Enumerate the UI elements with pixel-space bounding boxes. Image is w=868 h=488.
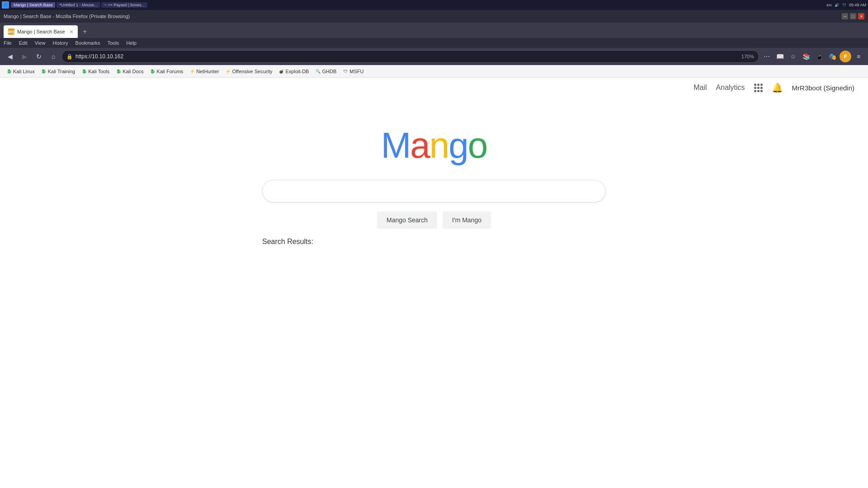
logo-letter-o: o: [468, 125, 487, 165]
tab-close-button[interactable]: ✕: [70, 29, 73, 34]
forward-button[interactable]: ▶: [18, 50, 31, 63]
menu-file[interactable]: File: [4, 40, 12, 46]
taskbar-time: 05:49 AM: [849, 3, 866, 7]
search-area: Mango Search I'm Mango Search Results:: [0, 180, 868, 246]
search-input[interactable]: [262, 180, 606, 202]
profile-icon[interactable]: P: [840, 51, 851, 62]
logo-letter-g: g: [448, 125, 468, 165]
address-text: https://10.10.10.162: [75, 53, 739, 60]
home-button[interactable]: ⌂: [47, 50, 60, 63]
bookmark-msfu[interactable]: 🛡 MSFU: [340, 68, 366, 75]
browser-title-bar: Mango | Search Base - Mozilla Firefox (P…: [0, 10, 868, 23]
apps-grid-icon[interactable]: [754, 84, 763, 92]
menu-edit[interactable]: Edit: [19, 40, 28, 46]
window-controls: ─ □ ✕: [842, 13, 864, 19]
bookmark-icon-offensive-security: ⚡: [225, 69, 231, 74]
nav-mail-link[interactable]: Mail: [693, 84, 707, 92]
bookmark-kali-docs[interactable]: 🐉 Kali Docs: [113, 68, 146, 75]
grid-dot: [757, 84, 760, 86]
bookmark-icon-kali-linux: 🐉: [6, 69, 12, 74]
bookmark-star-button[interactable]: ☆: [787, 51, 799, 62]
minimize-button[interactable]: ─: [842, 13, 848, 19]
menu-button[interactable]: ≡: [853, 51, 864, 62]
bookmark-label-nethunter: NetHunter: [196, 69, 219, 74]
logo-letter-M: M: [381, 125, 410, 165]
tray-shield: 🛡: [841, 2, 848, 8]
container-button[interactable]: 🎭: [826, 51, 838, 62]
tray-sound: 🔊: [834, 2, 840, 8]
grid-dot: [757, 90, 760, 92]
reload-button[interactable]: ↻: [33, 50, 45, 63]
bookmark-label-ghdb: GHDB: [322, 69, 336, 74]
bookmark-label-exploit-db: Exploit-DB: [286, 69, 309, 74]
bookmarks-bar: 🐉 Kali Linux 🐉 Kali Training 🐉 Kali Tool…: [0, 65, 868, 78]
back-button[interactable]: ◀: [4, 50, 16, 63]
bookmark-icon-exploit-db: 💣: [279, 69, 284, 74]
library-button[interactable]: 📚: [800, 51, 812, 62]
menu-help[interactable]: Help: [126, 40, 137, 46]
user-label[interactable]: MrR3boot (Signedin): [792, 84, 854, 92]
browser-window: Mango | Search Base - Mozilla Firefox (P…: [0, 10, 868, 488]
bookmark-icon-kali-docs: 🐉: [116, 69, 121, 74]
page-content: Mail Analytics 🔔 MrR3boot (Signedin) Man…: [0, 78, 868, 488]
grid-dot: [757, 87, 760, 89]
bookmark-label-kali-training: Kali Training: [48, 69, 75, 74]
browser-title-text: Mango | Search Base - Mozilla Firefox (P…: [4, 14, 838, 19]
bookmark-label-msfu: MSFU: [349, 69, 363, 74]
bookmark-icon-nethunter: ⚡: [189, 69, 195, 74]
bookmark-label-kali-linux: Kali Linux: [13, 69, 35, 74]
mango-search-button[interactable]: Mango Search: [377, 211, 437, 229]
site-header: Mail Analytics 🔔 MrR3boot (Signedin): [0, 78, 868, 98]
address-bar[interactable]: 🔒 https://10.10.10.162 170%: [61, 50, 759, 63]
logo-letter-n: n: [429, 125, 449, 165]
menu-history[interactable]: History: [52, 40, 68, 46]
nav-analytics-link[interactable]: Analytics: [716, 84, 745, 92]
menu-view[interactable]: View: [35, 40, 46, 46]
bookmark-offensive-security[interactable]: ⚡ Offensive Security: [222, 68, 275, 75]
site-logo: Mango: [0, 125, 868, 166]
taskbar-tab-terminal[interactable]: ~ >> Payas0 | boxes...: [101, 2, 147, 8]
taskbar-app-icon[interactable]: 🌀: [2, 1, 9, 9]
bookmark-exploit-db[interactable]: 💣 Exploit-DB: [276, 68, 312, 75]
bookmark-icon-kali-forums: 🐉: [150, 69, 156, 74]
tab-label-mango: Mango | Search Base: [17, 29, 65, 34]
menu-tools[interactable]: Tools: [108, 40, 119, 46]
zoom-level: 170%: [741, 54, 754, 59]
taskbar-tab-untitled[interactable]: *Untitled 1 - Mouse...: [57, 2, 100, 8]
bookmark-kali-tools[interactable]: 🐉 Kali Tools: [79, 68, 112, 75]
search-results-label: Search Results:: [262, 238, 313, 246]
new-tab-button[interactable]: +: [79, 25, 91, 38]
close-button[interactable]: ✕: [858, 13, 864, 19]
taskbar-tab-mango[interactable]: Mango | Search Base: [11, 2, 55, 8]
bookmark-ghdb[interactable]: 🔍 GHDB: [312, 68, 339, 75]
os-taskbar: 🌀 Mango | Search Base *Untitled 1 - Mous…: [0, 0, 868, 10]
bookmark-kali-forums[interactable]: 🐉 Kali Forums: [147, 68, 186, 75]
extensions-button[interactable]: ⋯: [761, 51, 773, 62]
grid-dot: [754, 87, 756, 89]
menu-bar: File Edit View History Bookmarks Tools H…: [0, 38, 868, 48]
search-buttons: Mango Search I'm Mango: [377, 211, 491, 229]
bookmark-nethunter[interactable]: ⚡ NetHunter: [187, 68, 222, 75]
maximize-button[interactable]: □: [850, 13, 856, 19]
bookmark-kali-linux[interactable]: 🐉 Kali Linux: [4, 68, 38, 75]
notification-bell-icon[interactable]: 🔔: [772, 82, 783, 93]
grid-dot: [754, 84, 756, 86]
grid-dot: [760, 87, 763, 89]
logo-text: Mango: [381, 125, 487, 166]
bookmark-icon-msfu: 🛡: [343, 69, 348, 74]
bookmark-icon-kali-training: 🐉: [41, 69, 47, 74]
taskbar-tabs: Mango | Search Base *Untitled 1 - Mouse.…: [11, 2, 824, 8]
browser-tab-active[interactable]: Mango Mango | Search Base ✕: [4, 25, 78, 38]
grid-dot: [760, 84, 763, 86]
synced-tabs-button[interactable]: 📱: [813, 51, 825, 62]
grid-dot: [754, 90, 756, 92]
nav-right-buttons: ⋯ 📖 ☆ 📚 📱 🎭 P ≡: [761, 51, 864, 62]
logo-letter-a: a: [410, 125, 429, 165]
im-mango-button[interactable]: I'm Mango: [443, 211, 491, 229]
tray-lang: EN: [826, 2, 832, 8]
reader-mode-button[interactable]: 📖: [774, 51, 786, 62]
browser-tab-bar: Mango Mango | Search Base ✕ +: [0, 23, 868, 38]
grid-dot: [760, 90, 763, 92]
menu-bookmarks[interactable]: Bookmarks: [75, 40, 100, 46]
bookmark-kali-training[interactable]: 🐉 Kali Training: [38, 68, 78, 75]
